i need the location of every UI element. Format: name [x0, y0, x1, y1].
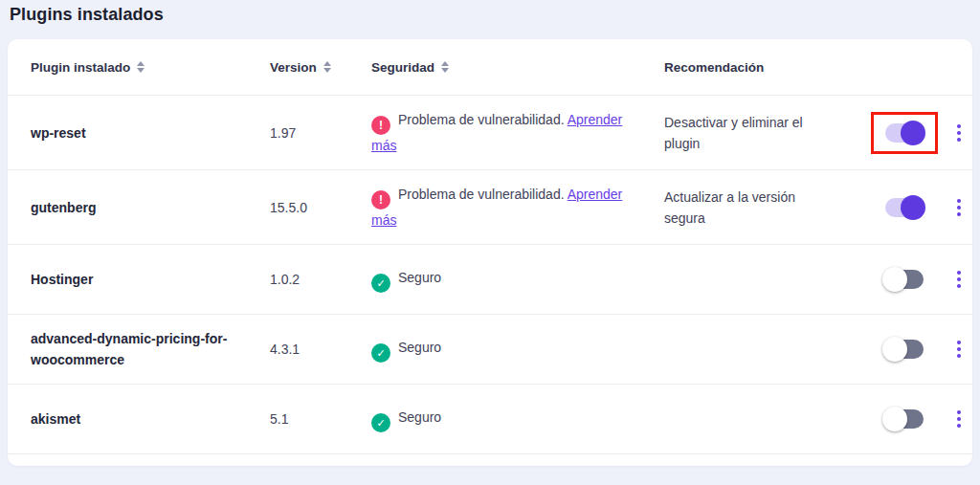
kebab-menu-icon[interactable]	[951, 267, 967, 292]
security-status-icon: !	[371, 190, 390, 209]
table-header-row: Plugin instalado Version Seguridad Recom…	[8, 39, 972, 95]
kebab-cell	[947, 407, 972, 431]
recommendation-text: Desactivar y eliminar el plugin	[664, 112, 841, 154]
toggle-cell	[871, 328, 947, 370]
column-header-label: Plugin instalado	[31, 60, 130, 75]
toggle-cell	[871, 398, 947, 440]
table-row: wp-reset 1.97 !Problema de vulnerabilida…	[8, 95, 972, 169]
table-footer: Artículos por página: 5 ▼ 1-5 de 19 ‹ ›	[8, 453, 972, 466]
plugin-version: 4.3.1	[270, 339, 371, 360]
plugin-enabled-toggle[interactable]	[885, 340, 924, 359]
security-status-icon: ✓	[371, 343, 390, 363]
toggle-highlight-box	[871, 328, 938, 370]
toggle-cell	[871, 258, 947, 300]
security-status-icon: ✓	[371, 413, 390, 432]
kebab-menu-icon[interactable]	[951, 195, 967, 220]
kebab-menu-icon[interactable]	[951, 337, 967, 362]
security-text: Seguro	[398, 270, 441, 285]
security-status-icon: !	[371, 116, 390, 135]
sort-icon	[441, 61, 449, 73]
sort-icon	[323, 61, 331, 73]
kebab-cell	[947, 195, 972, 220]
plugin-enabled-toggle[interactable]	[885, 409, 924, 429]
kebab-menu-icon[interactable]	[951, 407, 967, 431]
plugin-name: akismet	[31, 408, 270, 430]
toggle-highlight-box	[871, 258, 938, 300]
toggle-knob	[901, 195, 925, 220]
plugin-name: Hostinger	[31, 269, 270, 290]
security-text: Seguro	[398, 409, 441, 425]
toggle-highlight-box	[871, 112, 938, 154]
table-row: Hostinger 1.0.2 ✓Seguro	[8, 244, 972, 314]
table-row: akismet 5.1 ✓Seguro	[8, 384, 972, 453]
table-body: wp-reset 1.97 !Problema de vulnerabilida…	[8, 95, 972, 453]
kebab-menu-icon[interactable]	[951, 121, 967, 145]
page-title: Plugins instalados	[10, 5, 980, 25]
toggle-knob	[882, 407, 907, 431]
column-header-version[interactable]: Version	[270, 60, 371, 75]
plugin-version: 5.1	[270, 408, 371, 430]
column-header-recommendation: Recomendación	[664, 60, 871, 75]
security-cell: !Problema de vulnerabilidad. Aprender má…	[371, 109, 649, 156]
table-row: advanced-dynamic-pricing-for-woocommerce…	[8, 314, 972, 384]
per-page-select[interactable]: 5 ▼	[760, 466, 815, 467]
plugin-enabled-toggle[interactable]	[885, 123, 924, 143]
security-status-icon: ✓	[371, 274, 390, 293]
security-cell: !Problema de vulnerabilidad. Aprender má…	[371, 184, 649, 231]
plugins-table-card: Plugin instalado Version Seguridad Recom…	[8, 39, 972, 466]
column-header-label: Recomendación	[664, 60, 764, 75]
recommendation-text: Actualizar a la versión segura	[664, 187, 841, 229]
security-text: Problema de vulnerabilidad.	[398, 112, 565, 127]
table-row: gutenberg 15.5.0 !Problema de vulnerabil…	[8, 169, 972, 244]
plugin-name: advanced-dynamic-pricing-for-woocommerce	[31, 328, 270, 370]
plugin-name: wp-reset	[31, 122, 270, 143]
toggle-highlight-box	[871, 187, 938, 229]
toggle-cell	[871, 112, 947, 154]
security-cell: ✓Seguro	[371, 407, 649, 432]
plugin-version: 1.97	[270, 122, 371, 143]
toggle-knob	[882, 267, 907, 292]
toggle-highlight-box	[871, 398, 938, 440]
security-text: Problema de vulnerabilidad.	[398, 187, 565, 202]
column-header-security[interactable]: Seguridad	[371, 60, 664, 75]
toggle-knob	[882, 337, 907, 362]
toggle-knob	[901, 121, 925, 145]
security-text: Seguro	[398, 340, 441, 355]
sort-icon	[137, 61, 145, 73]
plugin-enabled-toggle[interactable]	[885, 198, 924, 217]
kebab-cell	[947, 337, 972, 362]
toggle-cell	[871, 187, 947, 229]
plugin-name: gutenberg	[31, 197, 270, 218]
security-cell: ✓Seguro	[371, 337, 649, 363]
column-header-label: Version	[270, 60, 317, 75]
kebab-cell	[947, 267, 972, 292]
security-cell: ✓Seguro	[371, 267, 649, 293]
column-header-plugin[interactable]: Plugin instalado	[31, 60, 270, 75]
plugin-enabled-toggle[interactable]	[885, 270, 924, 289]
plugin-version: 1.0.2	[270, 269, 371, 290]
plugin-version: 15.5.0	[270, 197, 371, 218]
column-header-label: Seguridad	[371, 60, 434, 75]
kebab-cell	[947, 121, 972, 145]
